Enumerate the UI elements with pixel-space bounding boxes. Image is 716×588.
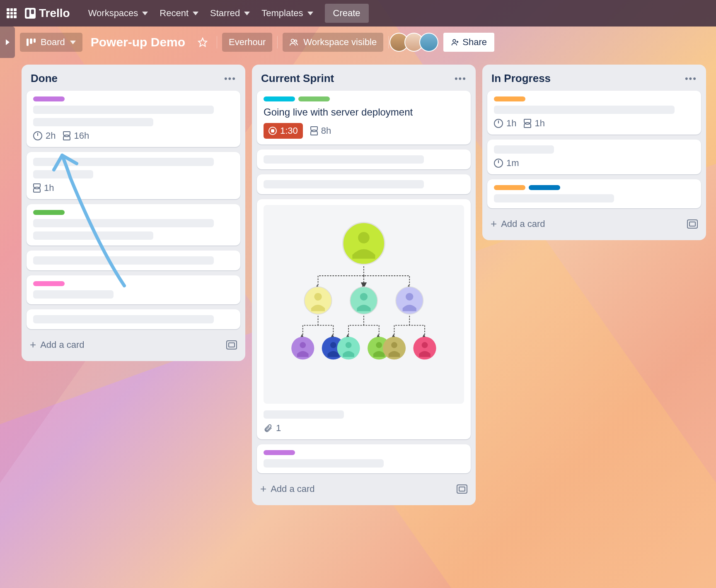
board-view-label: Board	[41, 37, 65, 48]
card[interactable]	[27, 309, 240, 329]
plus-icon: +	[30, 338, 36, 351]
board-view-switcher[interactable]: Board	[20, 33, 82, 52]
chevron-down-icon	[307, 12, 313, 15]
label-orange[interactable]	[494, 185, 525, 190]
card[interactable]: 1h 1h	[487, 91, 701, 135]
add-card-button[interactable]: + Add a card	[27, 334, 240, 355]
label-cyan[interactable]	[264, 96, 295, 101]
time-tracked-badge: 1m	[494, 158, 519, 169]
star-board-button[interactable]	[194, 33, 212, 51]
card[interactable]	[487, 179, 701, 208]
svg-point-21	[376, 342, 382, 348]
svg-point-13	[406, 293, 413, 301]
timer-running-badge[interactable]: 1:30	[264, 123, 303, 139]
svg-point-17	[330, 342, 336, 348]
trello-logo-icon	[25, 8, 36, 19]
list-menu-button[interactable]: •••	[685, 73, 697, 84]
placeholder-text	[494, 194, 614, 202]
placeholder-text	[33, 290, 114, 299]
label-blue[interactable]	[529, 185, 560, 190]
svg-point-1	[291, 39, 294, 42]
hourglass-icon	[63, 131, 70, 140]
apps-switcher-icon[interactable]	[6, 7, 17, 19]
card-template-button[interactable]	[226, 340, 237, 349]
list-menu-button[interactable]: •••	[455, 73, 467, 84]
list-in-progress: In Progress ••• 1h 1h 1m + Add a card	[482, 65, 706, 240]
divider	[217, 36, 217, 48]
chevron-right-icon	[6, 39, 10, 45]
card[interactable]	[27, 251, 240, 270]
label-purple[interactable]	[33, 96, 65, 101]
card[interactable]: 1	[257, 199, 471, 439]
top-nav: Workspaces Recent Starred Templates Crea…	[88, 4, 369, 23]
clock-icon	[494, 119, 503, 128]
board-members[interactable]	[394, 33, 438, 52]
svg-point-3	[453, 39, 456, 42]
nav-recent[interactable]: Recent	[160, 4, 198, 23]
share-button[interactable]: Share	[443, 33, 494, 52]
add-card-button[interactable]: + Add a card	[257, 478, 471, 499]
chevron-down-icon	[244, 12, 250, 15]
list-title[interactable]: In Progress	[491, 72, 685, 85]
card[interactable]	[27, 204, 240, 246]
card[interactable]	[257, 149, 471, 169]
chevron-down-icon	[193, 12, 198, 15]
card[interactable]: 1h	[27, 152, 240, 199]
divider	[388, 36, 389, 48]
add-card-button[interactable]: + Add a card	[487, 213, 701, 234]
divider	[277, 36, 278, 48]
topbar: Trello Workspaces Recent Starred Templat…	[0, 0, 716, 27]
label-pink[interactable]	[33, 281, 65, 286]
card-cover-image	[264, 205, 464, 404]
label-purple[interactable]	[264, 450, 295, 455]
nav-workspaces[interactable]: Workspaces	[88, 4, 148, 23]
card[interactable]	[257, 444, 471, 473]
svg-point-19	[346, 342, 352, 348]
time-tracked-badge: 1h	[494, 118, 516, 129]
hourglass-icon	[310, 126, 318, 135]
card[interactable]	[27, 275, 240, 304]
sidebar-expand-button[interactable]	[0, 27, 15, 58]
label-green[interactable]	[33, 210, 65, 215]
time-estimate-badge: 16h	[63, 130, 89, 141]
create-button[interactable]: Create	[325, 4, 369, 23]
chevron-down-icon	[142, 12, 148, 15]
card-template-button[interactable]	[687, 219, 698, 229]
trello-logo[interactable]: Trello	[25, 7, 70, 20]
brand-name: Trello	[39, 7, 70, 20]
placeholder-text	[264, 459, 384, 468]
placeholder-text	[33, 256, 214, 265]
nav-starred[interactable]: Starred	[210, 4, 250, 23]
powerup-everhour-button[interactable]: Everhour	[222, 33, 272, 52]
time-estimate-badge: 1h	[33, 183, 54, 193]
svg-point-23	[391, 342, 397, 348]
card[interactable]: Going live with server deployment 1:30 8…	[257, 91, 471, 145]
hourglass-icon	[33, 183, 41, 193]
list-title[interactable]: Current Sprint	[261, 72, 455, 85]
board-title[interactable]: Power-up Demo	[91, 35, 185, 49]
board-bar: Board Power-up Demo Everhour Workspace v…	[0, 27, 716, 58]
plus-icon: +	[260, 482, 266, 495]
card[interactable]	[257, 174, 471, 194]
list-menu-button[interactable]: •••	[224, 73, 236, 84]
placeholder-text	[264, 180, 424, 188]
list-current-sprint: Current Sprint ••• Going live with serve…	[252, 65, 476, 505]
attachment-badge: 1	[264, 423, 281, 434]
hourglass-icon	[524, 119, 531, 128]
card[interactable]: 1m	[487, 140, 701, 174]
paperclip-icon	[264, 424, 273, 433]
placeholder-text	[33, 231, 153, 240]
card[interactable]: 2h 16h	[27, 91, 240, 147]
visibility-button[interactable]: Workspace visible	[283, 33, 383, 52]
svg-point-7	[358, 232, 370, 244]
list-title[interactable]: Done	[31, 72, 224, 85]
label-orange[interactable]	[494, 96, 525, 101]
label-green[interactable]	[298, 96, 330, 101]
time-estimate-badge: 1h	[524, 118, 544, 129]
card-template-button[interactable]	[457, 484, 467, 494]
clock-icon	[33, 131, 42, 140]
placeholder-text	[33, 158, 214, 166]
svg-marker-0	[198, 38, 207, 46]
nav-templates[interactable]: Templates	[261, 4, 313, 23]
member-avatar[interactable]	[419, 33, 438, 52]
